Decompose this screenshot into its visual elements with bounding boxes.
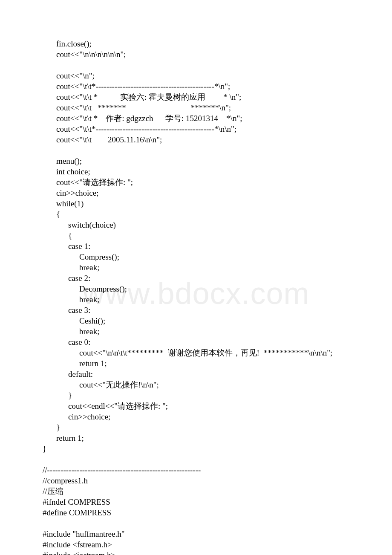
code-line: int choice; (43, 166, 349, 177)
code-line: cout<<"\t\t 2005.11.16\n\n"; (43, 134, 349, 145)
code-line: cout<<"\t\t*----------------------------… (43, 124, 349, 134)
code-line: cin>>choice; (43, 188, 349, 198)
code-line: fin.close(); (43, 38, 349, 49)
code-line: case 2: (43, 273, 349, 283)
code-line: //--------------------------------------… (43, 465, 349, 475)
code-line: default: (43, 369, 349, 379)
code-line: cout<<"无此操作!\n\n"; (43, 379, 349, 390)
code-line: } (43, 390, 349, 401)
code-line: return 1; (43, 358, 349, 369)
code-line: cout<<"\t\t * 作者: gdgzzch 学号: 15201314 *… (43, 113, 349, 124)
code-line: return 1; (43, 433, 349, 443)
blank-line (43, 145, 349, 156)
code-line: #include <fstream.h> (43, 539, 349, 550)
code-line: Compress(); (43, 251, 349, 262)
code-line: while(1) (43, 198, 349, 209)
code-line: break; (43, 262, 349, 273)
code-line: #ifndef COMPRESS (43, 497, 349, 507)
code-line: cout<<"请选择操作: "; (43, 177, 349, 188)
code-line: cin>>choice; (43, 411, 349, 422)
code-line: cout<<"\n\n\t\t********* 谢谢您使用本软件，再见! **… (43, 347, 349, 358)
code-line: cout<<"\t\t*----------------------------… (43, 81, 349, 92)
blank-line (43, 60, 349, 70)
code-line: case 3: (43, 305, 349, 315)
code-line: Ceshi(); (43, 315, 349, 326)
code-line: cout<<"\t\t * 实验六: 霍夫曼树的应用 * \n"; (43, 92, 349, 102)
code-line: { (43, 230, 349, 241)
code-line: switch(choice) (43, 220, 349, 230)
code-block: fin.close();cout<<"\n\n\n\n\n\n";cout<<"… (43, 38, 349, 555)
code-line: #define COMPRESS (43, 507, 349, 518)
code-line: cout<<"\n\n\n\n\n\n"; (43, 49, 349, 60)
code-line: case 0: (43, 337, 349, 347)
code-line: Decompress(); (43, 283, 349, 294)
code-line: { (43, 209, 349, 220)
code-line: #include <iostream.h> (43, 550, 349, 555)
code-line: cout<<endl<<"请选择操作: "; (43, 401, 349, 411)
code-line: menu(); (43, 156, 349, 166)
code-line: } (43, 422, 349, 433)
code-line: case 1: (43, 241, 349, 251)
code-line: cout<<"\n"; (43, 70, 349, 81)
blank-line (43, 518, 349, 529)
code-line: #include "huffmantree.h" (43, 529, 349, 539)
code-line: break; (43, 326, 349, 337)
code-line: //compress1.h (43, 475, 349, 486)
blank-line (43, 454, 349, 465)
code-line: cout<<"\t\t ******* *******\n"; (43, 102, 349, 113)
document-page: www.bdocx.com fin.close();cout<<"\n\n\n\… (0, 0, 392, 555)
code-line: break; (43, 294, 349, 305)
code-line: //压缩 (43, 486, 349, 497)
code-line: } (43, 443, 349, 454)
